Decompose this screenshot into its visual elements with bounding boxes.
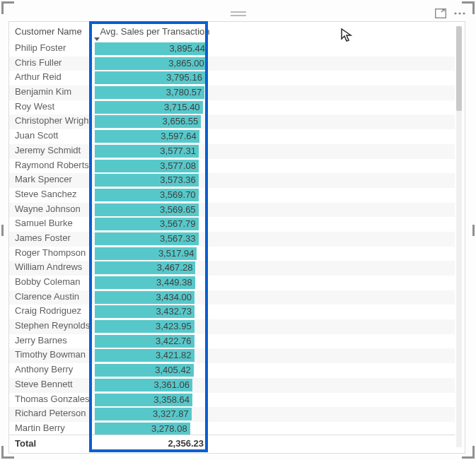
cell-value-bar: 3,423.95 bbox=[95, 320, 195, 333]
cell-customer-name: Jeremy Schmidt bbox=[15, 145, 91, 155]
table-row[interactable]: Benjamin Kim3,780.57 bbox=[9, 85, 455, 100]
cell-customer-name: Steve Bennett bbox=[15, 379, 91, 389]
svg-point-1 bbox=[454, 12, 456, 14]
cell-customer-name: Craig Rodriguez bbox=[15, 305, 91, 316]
cell-customer-name: Stephen Reynolds bbox=[15, 320, 91, 331]
cell-value-bar: 3,715.40 bbox=[95, 101, 203, 114]
cell-customer-name: Christopher Wright bbox=[15, 115, 91, 126]
drag-grip-icon[interactable] bbox=[231, 11, 246, 16]
cell-customer-name: Steve Sanchez bbox=[15, 189, 91, 199]
cell-customer-name: Roy West bbox=[15, 101, 91, 112]
cell-customer-name: Clarence Austin bbox=[15, 291, 91, 302]
cell-value-bar: 3,865.00 bbox=[95, 57, 207, 70]
cell-customer-name: Richard Peterson bbox=[15, 408, 91, 418]
total-label: Total bbox=[15, 438, 36, 449]
table-row[interactable]: Philip Foster3,895.44 bbox=[9, 42, 455, 57]
table-row[interactable]: Wayne Johnson3,569.65 bbox=[9, 203, 455, 218]
cell-customer-name: William Andrews bbox=[15, 261, 91, 272]
table-row[interactable]: Anthony Berry3,405.42 bbox=[9, 363, 455, 378]
cell-customer-name: Arthur Reid bbox=[15, 71, 91, 82]
table-total-row: Total 2,356.23 bbox=[9, 435, 455, 453]
table-row[interactable]: Jeremy Schmidt3,577.31 bbox=[9, 144, 455, 159]
table-row[interactable]: Richard Peterson3,327.87 bbox=[9, 407, 455, 422]
cell-customer-name: Bobby Coleman bbox=[15, 276, 91, 287]
table-row[interactable]: Juan Scott3,597.64 bbox=[9, 129, 455, 144]
cell-customer-name: Jerry Barnes bbox=[15, 335, 91, 346]
svg-point-2 bbox=[458, 12, 460, 14]
table-body: Philip Foster3,895.44Chris Fuller3,865.0… bbox=[9, 42, 455, 436]
cell-value-bar: 3,421.82 bbox=[95, 349, 195, 362]
cell-value-bar: 3,569.65 bbox=[95, 204, 199, 216]
resize-handle-tl[interactable] bbox=[1, 1, 14, 14]
cell-customer-name: Juan Scott bbox=[15, 130, 91, 141]
table-row[interactable]: Stephen Reynolds3,423.95 bbox=[9, 319, 455, 334]
cell-value-bar: 3,780.57 bbox=[95, 86, 204, 99]
table-row[interactable]: Roy West3,715.40 bbox=[9, 100, 455, 115]
cell-value-bar: 3,405.42 bbox=[95, 364, 194, 377]
cell-value-bar: 3,278.08 bbox=[95, 423, 190, 435]
cell-value-bar: 3,432.73 bbox=[95, 305, 195, 318]
visual-toolbar bbox=[435, 8, 466, 18]
table-row[interactable]: Chris Fuller3,865.00 bbox=[9, 57, 455, 71]
table-row[interactable]: Steve Bennett3,361.06 bbox=[9, 378, 455, 393]
cell-value-bar: 3,361.06 bbox=[95, 379, 192, 391]
table-row[interactable]: Arthur Reid3,795.16 bbox=[9, 71, 455, 85]
cell-value-bar: 3,656.55 bbox=[95, 115, 201, 128]
cell-value-bar: 3,449.38 bbox=[95, 276, 195, 289]
table-row[interactable]: Clarence Austin3,434.00 bbox=[9, 290, 455, 305]
table-row[interactable]: Timothy Bowman3,421.82 bbox=[9, 348, 455, 363]
cell-value-bar: 3,569.70 bbox=[95, 189, 199, 201]
table-visual: Customer Name Avg. Sales per Transaction… bbox=[8, 21, 465, 454]
sort-desc-icon bbox=[94, 37, 100, 41]
table-row[interactable]: Thomas Gonzales3,358.64 bbox=[9, 393, 455, 408]
scrollbar-track[interactable] bbox=[456, 26, 462, 447]
cell-customer-name: Philip Foster bbox=[15, 42, 91, 53]
table-row[interactable]: Christopher Wright3,656.55 bbox=[9, 114, 455, 129]
cell-value-bar: 3,567.79 bbox=[95, 218, 199, 230]
column-header-value[interactable]: Avg. Sales per Transaction bbox=[100, 26, 210, 37]
table-row[interactable]: Steve Sanchez3,569.70 bbox=[9, 188, 455, 203]
column-header-name[interactable]: Customer Name bbox=[15, 26, 91, 37]
svg-point-3 bbox=[463, 12, 465, 14]
cell-value-bar: 3,795.16 bbox=[95, 71, 205, 84]
cell-customer-name: Samuel Burke bbox=[15, 218, 91, 228]
cell-value-bar: 3,434.00 bbox=[95, 291, 195, 304]
cell-customer-name: Anthony Berry bbox=[15, 364, 91, 375]
cell-customer-name: Benjamin Kim bbox=[15, 86, 91, 97]
cell-customer-name: Thomas Gonzales bbox=[15, 394, 91, 404]
cell-customer-name: Timothy Bowman bbox=[15, 349, 91, 360]
cell-customer-name: Mark Spencer bbox=[15, 174, 91, 184]
table-row[interactable]: Raymond Roberts3,577.08 bbox=[9, 159, 455, 174]
scrollbar-thumb[interactable] bbox=[456, 26, 462, 111]
table-row[interactable]: Mark Spencer3,573.36 bbox=[9, 173, 455, 188]
table-row[interactable]: William Andrews3,467.28 bbox=[9, 261, 455, 276]
resize-handle-left[interactable] bbox=[1, 225, 4, 236]
focus-mode-icon[interactable] bbox=[435, 8, 446, 18]
table-row[interactable]: Samuel Burke3,567.79 bbox=[9, 217, 455, 232]
table-row[interactable]: Craig Rodriguez3,432.73 bbox=[9, 305, 455, 319]
more-options-icon[interactable] bbox=[453, 8, 466, 18]
cursor-icon bbox=[341, 28, 352, 45]
visual-canvas: Customer Name Avg. Sales per Transaction… bbox=[0, 0, 476, 460]
cell-value-bar: 3,567.33 bbox=[95, 232, 199, 245]
cell-value-bar: 3,422.76 bbox=[95, 335, 195, 348]
table-headers: Customer Name Avg. Sales per Transaction bbox=[9, 22, 465, 42]
cell-value-bar: 3,467.28 bbox=[95, 261, 195, 274]
table-row[interactable]: Martin Berry3,278.08 bbox=[9, 422, 455, 436]
cell-value-bar: 3,573.36 bbox=[95, 174, 199, 187]
cell-customer-name: Chris Fuller bbox=[15, 57, 91, 68]
table-row[interactable]: James Foster3,567.33 bbox=[9, 232, 455, 247]
cell-customer-name: Wayne Johnson bbox=[15, 204, 91, 214]
table-row[interactable]: Jerry Barnes3,422.76 bbox=[9, 334, 455, 349]
cell-customer-name: James Foster bbox=[15, 232, 91, 243]
cell-customer-name: Martin Berry bbox=[15, 423, 91, 433]
cell-value-bar: 3,597.64 bbox=[95, 130, 199, 143]
cell-value-bar: 3,358.64 bbox=[95, 394, 192, 406]
cell-value-bar: 3,577.08 bbox=[95, 160, 199, 172]
table-row[interactable]: Bobby Coleman3,449.38 bbox=[9, 276, 455, 290]
resize-handle-right[interactable] bbox=[472, 225, 475, 236]
table-row[interactable]: Roger Thompson3,517.94 bbox=[9, 247, 455, 261]
total-value: 2,356.23 bbox=[95, 438, 207, 449]
cell-value-bar: 3,577.31 bbox=[95, 145, 199, 158]
cell-customer-name: Roger Thompson bbox=[15, 247, 91, 258]
